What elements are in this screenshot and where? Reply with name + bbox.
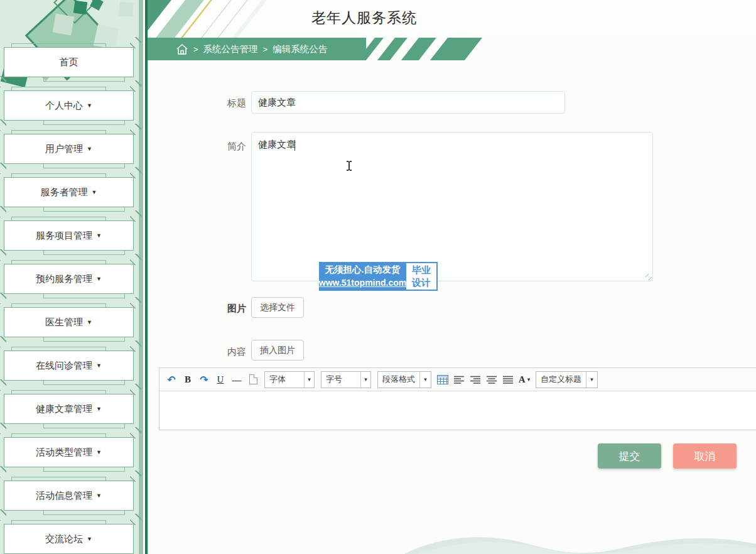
chevron-down-icon: ▾ bbox=[304, 372, 314, 388]
decor-slash bbox=[130, 297, 141, 308]
sidebar-item-label: 个人中心 bbox=[45, 100, 83, 112]
sidebar-item-label: 在线问诊管理 bbox=[36, 360, 92, 372]
decor-square bbox=[73, 1, 88, 15]
sidebar-item-home: 首页 bbox=[4, 47, 134, 77]
sidebar-item-forum: 交流论坛 ▼ bbox=[4, 524, 134, 554]
chevron-down-icon: ▼ bbox=[96, 450, 102, 455]
sidebar-item-doctor-mgmt-button[interactable]: 医生管理 ▼ bbox=[4, 307, 134, 337]
decor-slash bbox=[0, 423, 6, 434]
align-justify-button[interactable] bbox=[501, 372, 515, 387]
insert-table-button[interactable] bbox=[436, 372, 450, 387]
custom-heading-label: 自定义标题 bbox=[536, 372, 586, 388]
font-family-select[interactable]: 字体 ▾ bbox=[264, 371, 315, 388]
sidebar-item-health-article-mgmt: 健康文章管理 ▼ bbox=[4, 394, 134, 424]
chevron-down-icon: ▼ bbox=[96, 276, 102, 282]
sidebar-item-label: 活动类型管理 bbox=[36, 447, 92, 459]
decor-slash bbox=[130, 470, 141, 482]
intro-label: 简介 bbox=[204, 141, 246, 153]
align-center-icon bbox=[487, 376, 497, 384]
sidebar-item-service-project-mgmt-button[interactable]: 服务项目管理 ▼ bbox=[4, 220, 134, 251]
title-label: 标题 bbox=[204, 97, 246, 109]
align-left-button[interactable] bbox=[452, 372, 466, 387]
font-color-button[interactable]: A ▾ bbox=[517, 372, 531, 387]
sidebar-item-online-consult-mgmt-button[interactable]: 在线问诊管理 ▼ bbox=[4, 350, 134, 381]
decor-stripe bbox=[430, 38, 482, 60]
align-right-icon bbox=[470, 376, 480, 384]
cancel-button[interactable]: 取消 bbox=[673, 443, 737, 469]
home-icon[interactable] bbox=[176, 43, 188, 55]
font-size-select[interactable]: 字号 ▾ bbox=[321, 371, 371, 388]
sidebar-item-activity-type-mgmt-button[interactable]: 活动类型管理 ▼ bbox=[4, 437, 134, 467]
bold-icon[interactable]: B bbox=[181, 372, 195, 387]
align-center-button[interactable] bbox=[485, 372, 499, 387]
sidebar-item-health-article-mgmt-button[interactable]: 健康文章管理 ▼ bbox=[4, 394, 134, 424]
watermark-text: 无须担心.自动发货 www.51topmind.com bbox=[319, 262, 406, 291]
decor-slash bbox=[130, 514, 141, 525]
insert-image-label: 插入图片 bbox=[260, 345, 295, 356]
sidebar-item-booking-mgmt-button[interactable]: 预约服务管理 ▼ bbox=[4, 264, 134, 294]
underline-icon[interactable]: U bbox=[213, 372, 227, 387]
sidebar: 首页 个人中心 ▼ 用户管理 ▼ 服务者管理 ▼ 服务项目管理 ▼ bbox=[0, 0, 148, 554]
sidebar-item-label: 健康文章管理 bbox=[36, 403, 92, 415]
sidebar-item-user-mgmt-button[interactable]: 用户管理 ▼ bbox=[4, 134, 134, 164]
decor-slash bbox=[130, 37, 141, 48]
chevron-down-icon: ▼ bbox=[96, 363, 102, 369]
sidebar-item-label: 用户管理 bbox=[45, 143, 83, 155]
breadcrumb-separator: > bbox=[193, 45, 198, 54]
redo-icon[interactable]: ↷ bbox=[197, 372, 211, 387]
chevron-down-icon: ▼ bbox=[96, 406, 102, 412]
wave-decoration bbox=[404, 528, 756, 554]
paragraph-format-select[interactable]: 段落格式 ▾ bbox=[377, 371, 431, 388]
custom-heading-select[interactable]: 自定义标题 ▾ bbox=[536, 371, 598, 388]
align-right-button[interactable] bbox=[468, 372, 482, 387]
sidebar-item-home-button[interactable]: 首页 bbox=[4, 47, 134, 77]
breadcrumb-item-edit-announcement[interactable]: 编辑系统公告 bbox=[273, 43, 327, 55]
main-content: 老年人服务系统 > 系统公告管理 > 编辑系统公告 标题 简介 健康文章 无须担… bbox=[148, 0, 756, 554]
sidebar-item-label: 医生管理 bbox=[45, 317, 83, 329]
sidebar-item-forum-button[interactable]: 交流论坛 ▼ bbox=[4, 524, 134, 554]
sidebar-item-label: 首页 bbox=[60, 57, 78, 68]
align-justify-icon bbox=[503, 376, 513, 384]
choose-file-button[interactable]: 选择文件 bbox=[251, 297, 304, 318]
sidebar-item-label: 服务者管理 bbox=[41, 187, 88, 198]
horizontal-rule-icon[interactable]: — bbox=[230, 372, 244, 387]
sidebar-item-servicer-mgmt-button[interactable]: 服务者管理 ▼ bbox=[4, 177, 134, 207]
breadcrumb-item-announcement-mgmt[interactable]: 系统公告管理 bbox=[203, 43, 258, 55]
decor-slash bbox=[0, 206, 6, 217]
sidebar-item-doctor-mgmt: 医生管理 ▼ bbox=[4, 307, 134, 337]
decor-slash bbox=[130, 210, 141, 222]
editor-content-area[interactable] bbox=[159, 391, 756, 430]
sidebar-item-activity-type-mgmt: 活动类型管理 ▼ bbox=[4, 437, 134, 467]
textarea-resize-handle[interactable] bbox=[645, 274, 652, 280]
sidebar-item-booking-mgmt: 预约服务管理 ▼ bbox=[4, 264, 134, 294]
insert-image-button[interactable]: 插入图片 bbox=[251, 340, 304, 361]
font-family-label: 字体 bbox=[265, 372, 304, 388]
watermark-badge: 毕业 设计 bbox=[406, 262, 438, 291]
new-page-button[interactable] bbox=[246, 372, 260, 387]
sidebar-item-personal-center-button[interactable]: 个人中心 ▼ bbox=[4, 90, 134, 121]
sidebar-item-label: 服务项目管理 bbox=[36, 230, 92, 242]
decor-slash bbox=[0, 509, 6, 521]
submit-button[interactable]: 提交 bbox=[598, 443, 661, 469]
font-color-icon: A bbox=[519, 374, 526, 385]
decor-slash bbox=[130, 384, 141, 395]
sidebar-item-activity-info-mgmt-button[interactable]: 活动信息管理 ▼ bbox=[4, 481, 134, 511]
decor-slash bbox=[0, 293, 6, 304]
decor-slash bbox=[0, 336, 6, 347]
decor-slash bbox=[130, 124, 141, 135]
sidebar-item-label: 活动信息管理 bbox=[36, 490, 92, 502]
chevron-down-icon: ▼ bbox=[96, 493, 102, 499]
sidebar-item-service-project-mgmt: 服务项目管理 ▼ bbox=[4, 220, 134, 251]
intro-textarea[interactable]: 健康文章 bbox=[251, 132, 653, 281]
chevron-down-icon: ▾ bbox=[527, 376, 531, 383]
decor-slash bbox=[0, 379, 6, 391]
chevron-down-icon: ▼ bbox=[96, 233, 102, 239]
chevron-down-icon: ▼ bbox=[92, 190, 97, 195]
decor-slash bbox=[0, 76, 6, 87]
watermark-url: www.51topmind.com bbox=[319, 276, 407, 289]
undo-icon[interactable]: ↶ bbox=[165, 372, 178, 387]
decor-square bbox=[90, 0, 104, 11]
chevron-down-icon: ▾ bbox=[360, 372, 370, 388]
title-input[interactable] bbox=[251, 91, 565, 114]
watermark-line1: 无须担心.自动发货 bbox=[325, 263, 400, 276]
